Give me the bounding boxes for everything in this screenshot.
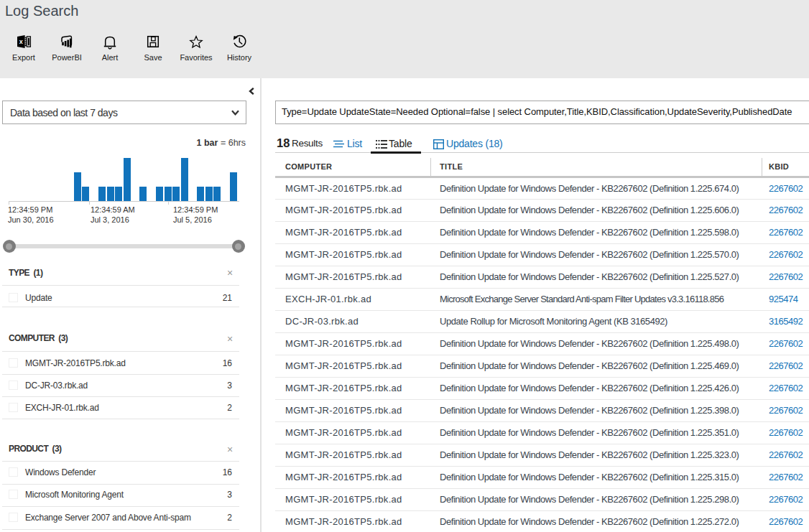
svg-text:x: x (19, 38, 23, 45)
